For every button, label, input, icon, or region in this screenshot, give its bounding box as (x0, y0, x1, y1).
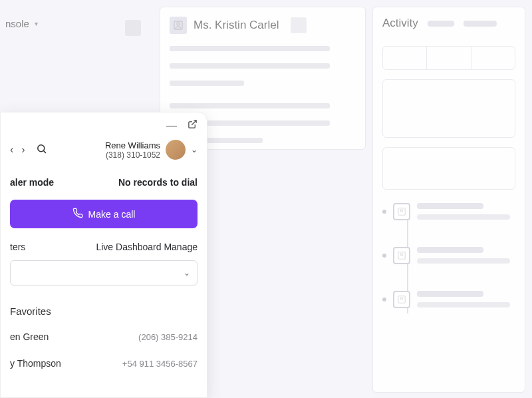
activity-compose-box (382, 79, 515, 138)
dialer-dropdown[interactable]: ⌄ (10, 260, 198, 286)
svg-point-1 (177, 23, 180, 25)
contact-name: Ms. Kristin Carlel (194, 19, 279, 32)
skeleton-line (417, 302, 510, 307)
dialer-header: ‹ › Rene Williams (318) 310-1052 ⌄ (1, 134, 207, 169)
dialer-links-row: ters Live Dashboard Manage (1, 235, 207, 256)
chevron-down-icon: ▾ (35, 20, 38, 27)
favorite-contact-row[interactable]: en Green (206) 385-9214 (1, 323, 207, 350)
dialer-window-controls: — (1, 112, 207, 134)
timeline-dot (382, 298, 386, 301)
skeleton-line (417, 258, 510, 264)
contact-badge-icon (393, 247, 410, 264)
favorites-heading: Favorites (1, 295, 207, 323)
timeline-dot (382, 254, 386, 258)
favorite-phone: (206) 385-9214 (138, 332, 198, 342)
phone-icon (72, 208, 83, 220)
svg-point-5 (400, 254, 403, 256)
skeleton-line (170, 46, 330, 51)
live-dashboard-link[interactable]: Live Dashboard Manage (96, 242, 198, 252)
contact-extra-icon (291, 17, 307, 33)
skeleton-line (417, 291, 483, 297)
chevron-down-icon: ⌄ (184, 268, 190, 278)
timeline-item (382, 247, 515, 264)
activity-title: Activity (382, 17, 418, 30)
timeline-dot (382, 210, 386, 214)
left-nav-label: nsole (5, 18, 29, 29)
activity-timeline (382, 203, 515, 308)
forward-icon[interactable]: › (21, 144, 25, 156)
skeleton-pill (428, 21, 454, 27)
current-user[interactable]: Rene Williams (318) 310-1052 ⌄ (105, 140, 198, 160)
back-icon[interactable]: ‹ (10, 144, 13, 156)
svg-line-8 (192, 120, 196, 125)
search-icon[interactable] (36, 143, 47, 157)
nav-arrows: ‹ › (10, 144, 25, 156)
dialer-mode-label: aler mode (10, 177, 54, 188)
svg-point-7 (400, 298, 403, 300)
background-toolbar-icon (125, 20, 141, 36)
skeleton-line (417, 203, 483, 209)
favorite-name: en Green (10, 331, 49, 342)
skeleton-line (170, 103, 330, 108)
minimize-icon[interactable]: — (166, 120, 177, 131)
favorite-contact-row[interactable]: y Thompson +54 911 3456-8567 (1, 350, 207, 377)
skeleton-line (170, 63, 330, 69)
dialer-mode-row: aler mode No records to dial (1, 169, 207, 193)
contact-badge-icon (393, 291, 410, 308)
avatar (166, 140, 186, 160)
activity-panel: Activity (372, 7, 525, 393)
favorite-phone: +54 911 3456-8567 (122, 359, 198, 369)
chevron-down-icon: ⌄ (191, 145, 198, 154)
favorite-name: y Thompson (10, 358, 61, 369)
skeleton-line (170, 81, 244, 86)
skeleton-pill (464, 21, 497, 27)
user-name: Rene Williams (105, 140, 160, 150)
activity-tabs (382, 46, 515, 70)
contact-card-header: Ms. Kristin Carlel (170, 17, 356, 34)
svg-point-9 (37, 144, 44, 151)
contact-badge-icon (393, 203, 410, 220)
make-a-call-button[interactable]: Make a call (10, 200, 198, 228)
popout-icon[interactable] (188, 119, 198, 132)
user-phone: (318) 310-1052 (105, 150, 160, 160)
timeline-item (382, 291, 515, 308)
dialer-popup: — ‹ › Rene Williams (318) 310-1052 ⌄ ale… (0, 112, 207, 398)
svg-line-10 (43, 150, 45, 152)
svg-point-3 (400, 210, 403, 212)
call-button-label: Make a call (88, 209, 136, 220)
activity-filter-box (382, 147, 515, 190)
dialer-status-text: No records to dial (118, 177, 198, 188)
background-left-nav: nsole ▾ (0, 10, 146, 37)
skeleton-line (417, 214, 510, 220)
timeline-item (382, 203, 515, 220)
contact-icon (170, 17, 187, 34)
skeleton-line (417, 247, 483, 253)
filters-link[interactable]: ters (10, 242, 25, 252)
